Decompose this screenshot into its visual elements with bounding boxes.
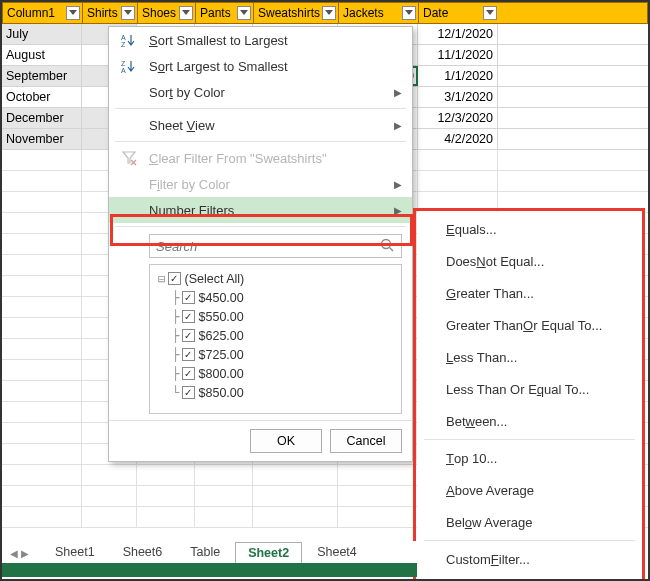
header-row: Column1 Shirts Shoes Pants Sweatshirts J… <box>2 2 648 24</box>
header-jackets[interactable]: Jackets <box>339 3 419 23</box>
filter-value-item[interactable]: ├✓$625.00 <box>154 326 397 345</box>
svg-text:Z: Z <box>121 60 126 67</box>
header-shirts[interactable]: Shirts <box>83 3 138 23</box>
checkbox-icon[interactable]: ✓ <box>168 272 181 285</box>
number-filters-item[interactable]: Number Filters ▶ <box>109 197 412 223</box>
filter-value-item[interactable]: ├✓$450.00 <box>154 288 397 307</box>
month-cell[interactable]: September <box>2 66 82 86</box>
checkbox-icon[interactable]: ✓ <box>182 348 195 361</box>
header-date[interactable]: Date <box>419 3 499 23</box>
above-average-item[interactable]: Above Average <box>418 474 641 506</box>
svg-text:A: A <box>121 67 126 74</box>
sort-asc-icon: AZ <box>119 30 139 50</box>
filter-value-item[interactable]: └✓$850.00 <box>154 383 397 402</box>
date-cell[interactable]: 4/2/2020 <box>418 129 498 149</box>
sheet-tabs: ◀ ▶ Sheet1 Sheet6 Table Sheet2 Sheet4 <box>2 541 417 565</box>
month-cell[interactable]: October <box>2 87 82 107</box>
greater-than-item[interactable]: Greater Than... <box>418 277 641 309</box>
tab-nav-arrows[interactable]: ◀ ▶ <box>10 548 29 559</box>
tab-sheet1[interactable]: Sheet1 <box>42 541 108 563</box>
sort-asc-label: Sort Smallest to Largest <box>149 33 288 48</box>
filter-menu: AZ Sort Smallest to Largest ZA Sort Larg… <box>108 26 413 462</box>
select-all-item[interactable]: ⊟✓(Select All) <box>154 269 397 288</box>
checkbox-icon[interactable]: ✓ <box>182 310 195 323</box>
date-cell[interactable]: 3/1/2020 <box>418 87 498 107</box>
date-cell[interactable]: 1/1/2020 <box>418 66 498 86</box>
equals-item[interactable]: Equals... <box>418 213 641 245</box>
filter-dropdown-icon[interactable] <box>402 6 416 20</box>
sort-by-color-label: Sort by Color <box>149 85 225 100</box>
sort-desc-item[interactable]: ZA Sort Largest to Smallest <box>109 53 412 79</box>
month-cell[interactable]: August <box>2 45 82 65</box>
tab-sheet2[interactable]: Sheet2 <box>235 542 302 565</box>
not-equal-item[interactable]: Does Not Equal... <box>418 245 641 277</box>
tab-sheet4[interactable]: Sheet4 <box>304 541 370 563</box>
date-cell[interactable]: 12/1/2020 <box>418 24 498 44</box>
between-item[interactable]: Between... <box>418 405 641 437</box>
filter-dropdown-icon[interactable] <box>179 6 193 20</box>
checkbox-icon[interactable]: ✓ <box>182 367 195 380</box>
header-shoes[interactable]: Shoes <box>138 3 196 23</box>
filter-value-item[interactable]: ├✓$550.00 <box>154 307 397 326</box>
number-filters-label: Number Filters <box>149 203 234 218</box>
filter-by-color-label: Filter by Color <box>149 177 230 192</box>
month-cell[interactable]: July <box>2 24 82 44</box>
header-sweatshirts[interactable]: Sweatshirts <box>254 3 339 23</box>
tab-sheet6[interactable]: Sheet6 <box>110 541 176 563</box>
checkbox-icon[interactable]: ✓ <box>182 291 195 304</box>
sheet-view-item[interactable]: Sheet View ▶ <box>109 112 412 138</box>
svg-text:Z: Z <box>121 41 126 48</box>
tab-table[interactable]: Table <box>177 541 233 563</box>
button-row: OK Cancel <box>109 420 412 461</box>
filter-value-item[interactable]: ├✓$725.00 <box>154 345 397 364</box>
sort-desc-label: Sort Largest to Smallest <box>149 59 288 74</box>
ok-button[interactable]: OK <box>250 429 322 453</box>
filter-values-tree[interactable]: ⊟✓(Select All) ├✓$450.00 ├✓$550.00 ├✓$62… <box>149 264 402 414</box>
less-than-item[interactable]: Less Than... <box>418 341 641 373</box>
checkbox-icon[interactable]: ✓ <box>182 329 195 342</box>
clear-filter-item: Clear Filter From "Sweatshirts" <box>109 145 412 171</box>
filter-value-item[interactable]: ├✓$800.00 <box>154 364 397 383</box>
checkbox-icon[interactable]: ✓ <box>182 386 195 399</box>
date-cell[interactable]: 11/1/2020 <box>418 45 498 65</box>
sheet-view-label: Sheet View <box>149 118 215 133</box>
sort-desc-icon: ZA <box>119 56 139 76</box>
filter-dropdown-icon[interactable] <box>66 6 80 20</box>
search-row <box>109 230 412 262</box>
header-column1[interactable]: Column1 <box>3 3 83 23</box>
filter-by-color-item: Filter by Color ▶ <box>109 171 412 197</box>
sort-by-color-item[interactable]: Sort by Color ▶ <box>109 79 412 105</box>
custom-filter-item[interactable]: Custom Filter... <box>418 543 641 575</box>
header-pants[interactable]: Pants <box>196 3 254 23</box>
less-than-or-equal-item[interactable]: Less Than Or Equal To... <box>418 373 641 405</box>
greater-than-or-equal-item[interactable]: Greater Than Or Equal To... <box>418 309 641 341</box>
chevron-right-icon: ▶ <box>394 120 402 131</box>
number-filters-submenu: Equals... Does Not Equal... Greater Than… <box>417 212 642 576</box>
month-cell[interactable]: December <box>2 108 82 128</box>
date-cell[interactable]: 12/3/2020 <box>418 108 498 128</box>
svg-text:A: A <box>121 34 126 41</box>
month-cell[interactable]: November <box>2 129 82 149</box>
clear-filter-label: Clear Filter From "Sweatshirts" <box>149 151 327 166</box>
chevron-right-icon: ▶ <box>394 87 402 98</box>
top-10-item[interactable]: Top 10... <box>418 442 641 474</box>
cancel-button[interactable]: Cancel <box>330 429 402 453</box>
clear-filter-icon <box>119 148 139 168</box>
filter-dropdown-icon[interactable] <box>483 6 497 20</box>
search-icon <box>380 238 394 255</box>
filter-dropdown-icon[interactable] <box>322 6 336 20</box>
sort-asc-item[interactable]: AZ Sort Smallest to Largest <box>109 27 412 53</box>
chevron-right-icon: ▶ <box>394 205 402 216</box>
below-average-item[interactable]: Below Average <box>418 506 641 538</box>
filter-dropdown-icon[interactable] <box>237 6 251 20</box>
chevron-right-icon: ▶ <box>394 179 402 190</box>
svg-point-4 <box>382 240 391 249</box>
filter-dropdown-icon[interactable] <box>121 6 135 20</box>
search-input[interactable] <box>149 234 402 258</box>
